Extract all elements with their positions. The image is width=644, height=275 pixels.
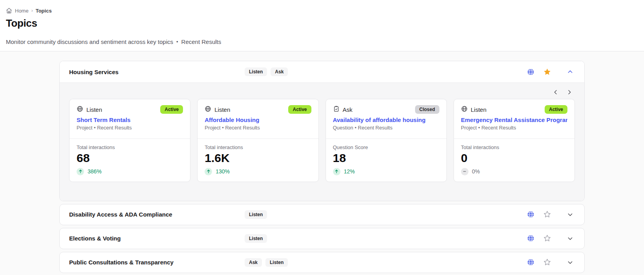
status-badge: Closed — [415, 105, 439, 114]
clipboard-icon — [333, 106, 340, 114]
card-title-link[interactable]: Availability of affordable housing — [333, 117, 439, 123]
carousel-nav — [60, 87, 584, 97]
chevron-down-icon[interactable] — [567, 259, 573, 266]
trend-value: 130% — [216, 168, 230, 175]
topic-row-disability-access[interactable]: Disability Access & ADA Compliance Liste… — [59, 204, 585, 225]
status-badge: Active — [160, 105, 183, 114]
star-filled-icon[interactable] — [543, 68, 551, 76]
topic-cards-row: Listen Active Short Term Rentals Project… — [69, 99, 575, 182]
card-type-label: Ask — [343, 106, 353, 113]
topics-list: Housing Services Listen Ask — [0, 51, 644, 273]
star-outline-icon[interactable] — [543, 234, 551, 242]
metric-label: Total interactions — [77, 144, 183, 150]
metric-card-emergency-rental-assistance: Listen Active Emergency Rental Assistanc… — [454, 99, 575, 182]
trend-up-icon — [77, 168, 84, 175]
card-type-label: Listen — [86, 106, 102, 113]
breadcrumb: Home › Topics — [6, 7, 644, 14]
page-title: Topics — [6, 17, 644, 29]
listen-badge: Listen — [245, 234, 267, 243]
globe-icon[interactable] — [527, 235, 534, 242]
card-title-link[interactable]: Emergency Rental Assistance Program — [461, 117, 567, 123]
metric-card-affordable-housing: Listen Active Affordable Housing Project… — [197, 99, 318, 182]
breadcrumb-separator-icon: › — [31, 8, 33, 13]
home-icon[interactable] — [6, 7, 12, 14]
listen-badge: Listen — [245, 210, 267, 219]
globe-icon — [205, 106, 211, 114]
trend-up-icon — [205, 168, 212, 175]
chevron-down-icon[interactable] — [567, 235, 573, 242]
topic-row-public-consultations[interactable]: Public Consultations & Transparency Ask … — [59, 252, 585, 273]
topic-card-housing-services: Housing Services Listen Ask — [59, 61, 585, 201]
topic-title: Public Consultations & Transparency — [69, 259, 245, 266]
card-meta: Question • Recent Results — [333, 125, 439, 131]
metric-value: 68 — [77, 151, 183, 165]
card-title-link[interactable]: Affordable Housing — [205, 117, 311, 123]
star-outline-icon[interactable] — [543, 210, 551, 219]
globe-icon[interactable] — [527, 259, 534, 266]
subtitle-text: Monitor community discussions and sentim… — [6, 38, 173, 45]
top-bar: Home › Topics Topics Monitor community d… — [0, 0, 644, 51]
topic-title: Elections & Voting — [69, 235, 245, 242]
topic-title: Disability Access & ADA Compliance — [69, 211, 245, 218]
trend-value: 386% — [88, 168, 102, 175]
breadcrumb-current: Topics — [36, 8, 52, 14]
metric-value: 0 — [461, 151, 567, 165]
metric-value: 18 — [333, 151, 439, 165]
topic-header-housing-services[interactable]: Housing Services Listen Ask — [60, 61, 584, 83]
card-meta: Project • Recent Results — [461, 125, 567, 131]
star-outline-icon[interactable] — [543, 258, 551, 266]
card-meta: Project • Recent Results — [77, 125, 183, 131]
topic-title: Housing Services — [69, 69, 245, 75]
globe-icon[interactable] — [527, 68, 534, 76]
subtitle-bullet: • — [176, 39, 178, 45]
globe-icon — [461, 106, 468, 114]
trend-value: 0% — [472, 168, 480, 175]
metric-card-availability-affordable-housing: Ask Closed Availability of affordable ho… — [326, 99, 447, 182]
trend-value: 12% — [344, 168, 355, 175]
chevron-down-icon[interactable] — [567, 211, 573, 218]
topic-row-elections-voting[interactable]: Elections & Voting Listen — [59, 228, 585, 249]
ask-badge: Ask — [245, 258, 262, 267]
metric-value: 1.6K — [205, 151, 311, 165]
status-badge: Active — [545, 105, 567, 114]
globe-icon[interactable] — [527, 211, 534, 218]
card-title-link[interactable]: Short Term Rentals — [77, 117, 183, 123]
ask-badge: Ask — [271, 67, 288, 76]
page-subtitle: Monitor community discussions and sentim… — [6, 38, 644, 45]
listen-badge: Listen — [245, 67, 267, 76]
trend: 0% — [461, 168, 567, 175]
metric-label: Total interactions — [461, 144, 567, 150]
card-meta: Project • Recent Results — [205, 125, 311, 131]
metric-card-short-term-rentals: Listen Active Short Term Rentals Project… — [69, 99, 190, 182]
breadcrumb-home-link[interactable]: Home — [15, 8, 29, 14]
status-badge: Active — [288, 105, 311, 114]
listen-badge: Listen — [265, 258, 288, 267]
card-type-label: Listen — [471, 106, 487, 113]
metric-label: Question Score — [333, 144, 439, 150]
trend: 12% — [333, 168, 439, 175]
topic-carousel: Listen Active Short Term Rentals Project… — [60, 83, 584, 201]
trend: 130% — [205, 168, 311, 175]
globe-icon — [77, 106, 83, 114]
chevron-left-icon[interactable] — [553, 89, 559, 95]
subtitle-suffix: Recent Results — [181, 38, 221, 45]
metric-label: Total interactions — [205, 144, 311, 150]
trend: 386% — [77, 168, 183, 175]
chevron-up-icon[interactable] — [567, 69, 573, 75]
card-type-label: Listen — [214, 106, 230, 113]
trend-up-icon — [333, 168, 340, 175]
trend-neutral-icon — [461, 168, 468, 175]
chevron-right-icon[interactable] — [566, 89, 573, 95]
